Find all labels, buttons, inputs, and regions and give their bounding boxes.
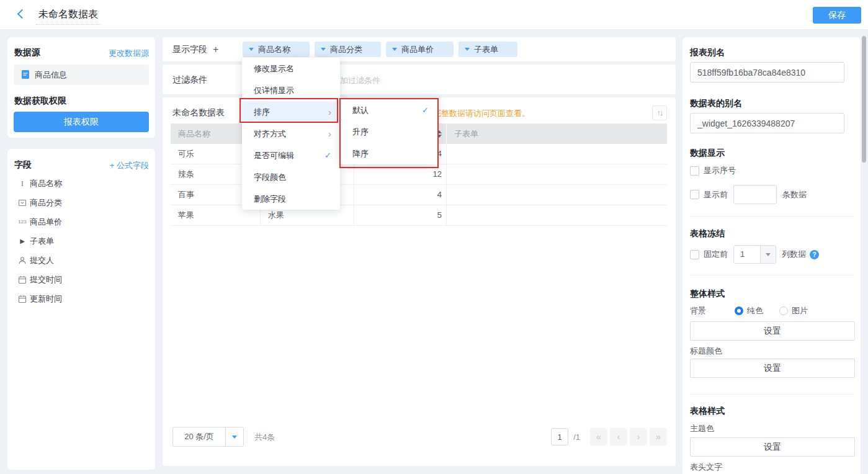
- subform-expand-icon[interactable]: ▶: [16, 232, 29, 251]
- display-field-chip[interactable]: 子表单: [459, 42, 517, 57]
- background-set-button[interactable]: 设置: [690, 321, 855, 341]
- divider: [690, 394, 853, 395]
- show-index-checkbox[interactable]: [690, 166, 699, 176]
- column-header[interactable]: 子表单: [447, 123, 667, 144]
- add-formula-field-link[interactable]: + 公式字段: [110, 160, 149, 171]
- check-icon: ✓: [422, 105, 429, 115]
- sort-order-icon[interactable]: ↑↓: [652, 105, 667, 120]
- datasource-panel: 数据源 更改数据源 商品信息 数据获取权限 报表权限: [7, 37, 155, 138]
- scrollbar-thumb[interactable]: [862, 36, 866, 163]
- menu-item-label: 默认: [352, 105, 369, 116]
- chevron-right-icon: ›: [328, 128, 331, 139]
- submenu-item-ascending[interactable]: 升序: [341, 121, 437, 143]
- menu-item-rename[interactable]: 修改显示名: [242, 58, 340, 79]
- chip-label: 子表单: [474, 44, 498, 55]
- freeze-checkbox[interactable]: [690, 250, 699, 259]
- bg-solid-radio[interactable]: [735, 306, 743, 315]
- menu-item-delete-field[interactable]: 删除字段: [242, 188, 340, 210]
- page-size-value: 20 条/页: [173, 427, 225, 446]
- permission-title: 数据获取权限: [14, 96, 66, 107]
- menu-item-align[interactable]: 对齐方式 ›: [242, 123, 340, 145]
- last-page-button[interactable]: »: [650, 428, 667, 445]
- change-datasource-link[interactable]: 更改数据源: [109, 48, 149, 59]
- page-size-select[interactable]: 20 条/页: [172, 427, 244, 447]
- prev-page-button[interactable]: ‹: [610, 428, 627, 445]
- freeze-row: 固定前 1 列数据 ?: [690, 245, 819, 264]
- first-page-button[interactable]: «: [590, 428, 607, 445]
- save-button[interactable]: 保存: [813, 7, 861, 24]
- add-display-field-button[interactable]: +: [213, 44, 218, 55]
- theme-color-set-button[interactable]: 设置: [690, 437, 855, 457]
- menu-item-label: 删除字段: [254, 194, 286, 205]
- field-label: 商品名称: [30, 174, 62, 193]
- chevron-down-icon[interactable]: [225, 427, 243, 446]
- data-display-title: 数据显示: [690, 148, 725, 159]
- select-icon: [16, 199, 29, 207]
- page-title[interactable]: 未命名数据表: [36, 8, 101, 25]
- submenu-item-descending[interactable]: 降序: [341, 143, 437, 164]
- show-first-checkbox[interactable]: [690, 190, 699, 199]
- help-icon[interactable]: ?: [810, 250, 819, 259]
- table-alias-input[interactable]: [690, 113, 844, 133]
- menu-item-editable[interactable]: 是否可编辑 ✓: [242, 145, 340, 166]
- page-number-input[interactable]: [551, 428, 568, 445]
- text-icon: I: [16, 174, 29, 193]
- report-alias-label: 报表别名: [690, 47, 725, 58]
- field-item[interactable]: ▶ 子表单: [16, 232, 54, 251]
- chevron-down-icon[interactable]: [321, 48, 326, 51]
- field-item[interactable]: 提交人: [16, 251, 54, 270]
- theme-color-label: 主题色: [690, 423, 714, 434]
- top-bar: 未命名数据表 保存: [0, 0, 868, 30]
- show-first-count-input[interactable]: [733, 185, 777, 204]
- background-row: 背景 纯色 图片: [690, 305, 808, 316]
- menu-item-field-color[interactable]: 字段颜色: [242, 166, 340, 188]
- freeze-count-select[interactable]: 1: [733, 245, 776, 264]
- field-item[interactable]: I 商品名称: [16, 174, 62, 193]
- field-item[interactable]: 提交时间: [16, 271, 62, 289]
- menu-item-label: 字段颜色: [254, 172, 286, 183]
- menu-item-label: 是否可编辑: [254, 150, 294, 161]
- bg-image-radio[interactable]: [779, 306, 788, 315]
- next-page-button[interactable]: ›: [630, 428, 647, 445]
- datasource-item[interactable]: 商品信息: [14, 65, 149, 85]
- table-cell: [447, 185, 667, 205]
- overall-style-title: 整体样式: [690, 288, 725, 300]
- show-index-row: 显示序号: [690, 165, 736, 176]
- menu-item-label: 升序: [352, 127, 369, 138]
- display-field-chip[interactable]: 商品名称: [243, 42, 310, 57]
- display-field-chip[interactable]: 商品单价: [386, 42, 454, 57]
- chevron-down-icon[interactable]: [392, 48, 397, 51]
- menu-item-label: 降序: [352, 148, 369, 159]
- display-fields-bar: 显示字段 + 商品名称 商品分类 商品单价 子表单: [163, 37, 676, 61]
- submenu-item-default[interactable]: 默认 ✓: [341, 99, 437, 121]
- field-item[interactable]: 123 商品单价: [16, 213, 62, 231]
- warning-text: 完整数据请访问页面查看。: [433, 108, 530, 119]
- chip-label: 商品单价: [401, 44, 434, 55]
- freeze-suffix-label: 列数据: [782, 249, 806, 260]
- document-icon: [21, 69, 30, 79]
- menu-item-detail-only[interactable]: 仅详情显示: [242, 79, 340, 101]
- back-icon[interactable]: [17, 9, 27, 19]
- sort-caret-icon[interactable]: [437, 130, 442, 138]
- chip-label: 商品分类: [330, 44, 362, 55]
- background-label: 背景: [690, 305, 706, 316]
- menu-item-label: 对齐方式: [254, 128, 286, 140]
- show-index-label: 显示序号: [704, 165, 736, 176]
- chevron-down-icon[interactable]: [465, 48, 470, 51]
- display-field-chip[interactable]: 商品分类: [315, 42, 381, 57]
- menu-item-sort[interactable]: 排序 ›: [242, 101, 340, 123]
- field-item[interactable]: 商品分类: [16, 194, 62, 212]
- table-cell: 12: [354, 164, 447, 184]
- calendar-icon: [16, 295, 29, 303]
- title-color-label: 标题颜色: [690, 346, 722, 357]
- chevron-down-icon[interactable]: [249, 48, 254, 51]
- freeze-count-value: 1: [734, 246, 760, 263]
- report-alias-input[interactable]: [690, 62, 844, 83]
- menu-item-label: 仅详情显示: [254, 85, 294, 96]
- field-item[interactable]: 更新时间: [16, 290, 62, 308]
- title-color-set-button[interactable]: 设置: [690, 359, 855, 378]
- report-permission-button[interactable]: 报表权限: [14, 112, 149, 132]
- chevron-down-icon[interactable]: [760, 246, 776, 263]
- app-root: 未命名数据表 保存 数据源 更改数据源 商品信息 数据获取权限 报表权限 字段 …: [0, 0, 868, 474]
- field-label: 商品单价: [30, 213, 62, 231]
